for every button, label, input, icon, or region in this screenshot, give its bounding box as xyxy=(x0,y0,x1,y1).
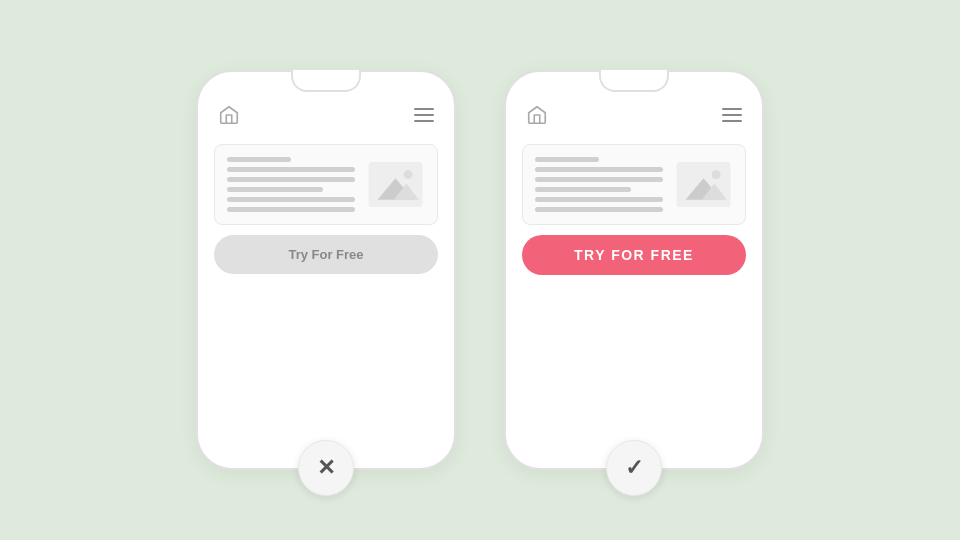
text-line xyxy=(227,207,355,212)
badge-left: ✕ xyxy=(298,440,354,496)
card-text-lines-left xyxy=(227,157,355,212)
try-for-free-button-right[interactable]: TRY FOR FREE xyxy=(522,235,746,275)
phone-notch-left xyxy=(291,70,361,92)
home-icon-left xyxy=(218,104,240,126)
image-placeholder-left xyxy=(365,157,425,212)
text-line xyxy=(535,187,631,192)
phone-content-left: Try For Free xyxy=(198,136,454,468)
phone-content-right: TRY FOR FREE xyxy=(506,136,762,468)
svg-point-3 xyxy=(403,170,412,179)
text-line xyxy=(535,207,663,212)
text-line xyxy=(535,167,663,172)
text-line xyxy=(227,167,355,172)
content-card-left xyxy=(214,144,438,225)
text-line xyxy=(227,157,291,162)
text-line xyxy=(535,157,599,162)
text-line xyxy=(227,187,323,192)
badge-x-icon: ✕ xyxy=(317,457,335,479)
phone-notch-right xyxy=(599,70,669,92)
content-card-right xyxy=(522,144,746,225)
home-icon-right xyxy=(526,104,548,126)
badge-check-icon: ✓ xyxy=(625,457,643,479)
badge-right: ✓ xyxy=(606,440,662,496)
phones-container: Try For Free ✕ xyxy=(196,70,764,470)
text-line xyxy=(535,177,663,182)
image-placeholder-right xyxy=(673,157,733,212)
hamburger-icon-left xyxy=(414,108,434,122)
text-line xyxy=(535,197,663,202)
text-line xyxy=(227,197,355,202)
try-for-free-button-left[interactable]: Try For Free xyxy=(214,235,438,274)
phone-left: Try For Free ✕ xyxy=(196,70,456,470)
hamburger-icon-right xyxy=(722,108,742,122)
card-text-lines-right xyxy=(535,157,663,212)
phone-right: TRY FOR FREE ✓ xyxy=(504,70,764,470)
svg-point-7 xyxy=(711,170,720,179)
text-line xyxy=(227,177,355,182)
